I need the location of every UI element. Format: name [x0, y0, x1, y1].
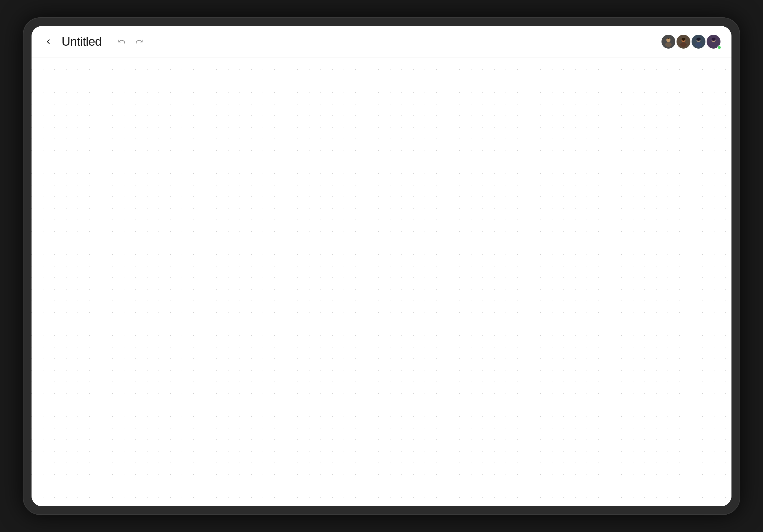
avatar-1[interactable]: [661, 34, 676, 49]
avatar-stack: [661, 34, 721, 49]
device-frame: Untitled: [23, 17, 740, 515]
back-button[interactable]: [42, 35, 54, 48]
avatar-face-2: [677, 35, 691, 49]
online-indicator: [717, 46, 721, 50]
svg-point-6: [695, 42, 702, 47]
avatar-2[interactable]: [676, 34, 691, 49]
canvas-area[interactable]: [32, 58, 731, 506]
toolbar: Untitled: [32, 26, 731, 58]
redo-button[interactable]: [133, 35, 146, 48]
avatar-wrapper-1: [661, 34, 676, 49]
svg-point-1: [665, 42, 672, 47]
avatar-3[interactable]: [691, 34, 706, 49]
app-window: Untitled: [32, 26, 731, 506]
undo-button[interactable]: [115, 35, 128, 48]
svg-point-8: [710, 42, 717, 47]
toolbar-actions: [115, 35, 146, 48]
toolbar-left: Untitled: [42, 35, 146, 49]
avatar-face-3: [692, 35, 706, 49]
collaborators-area: [661, 34, 721, 49]
dot-grid-background: [32, 58, 731, 506]
document-title: Untitled: [61, 35, 101, 49]
avatar-face-1: [662, 35, 675, 49]
avatar-wrapper-3: [691, 34, 706, 49]
avatar-wrapper-2: [676, 34, 691, 49]
svg-point-4: [680, 42, 687, 47]
avatar-wrapper-4: [706, 34, 721, 49]
